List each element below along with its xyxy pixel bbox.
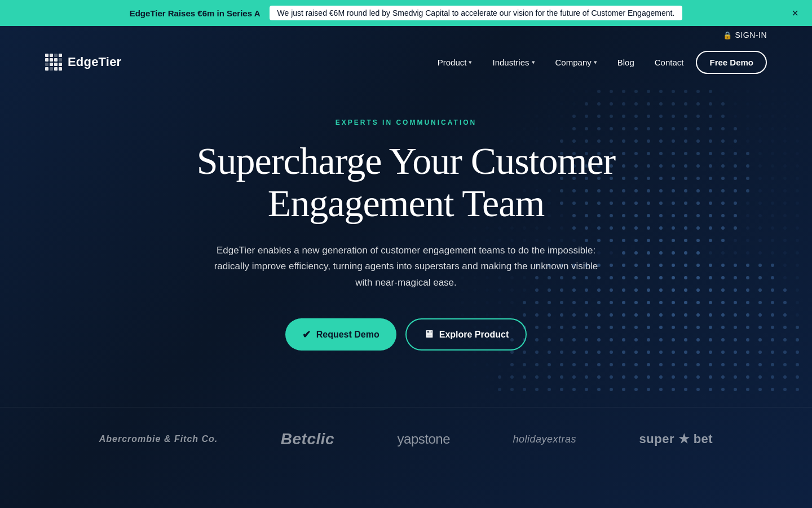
svg-point-575 xyxy=(771,338,774,341)
logo-dot-13 xyxy=(45,67,48,71)
svg-point-628 xyxy=(734,363,737,366)
logo[interactable]: EdgeTier xyxy=(45,54,121,71)
svg-point-133 xyxy=(796,139,799,143)
svg-point-313 xyxy=(647,226,650,230)
svg-point-429 xyxy=(696,276,700,279)
svg-point-669 xyxy=(572,388,576,391)
nav-contact-label: Contact xyxy=(655,58,684,67)
svg-point-458 xyxy=(709,288,712,292)
nav-industries[interactable]: Industries ▾ xyxy=(484,53,542,72)
svg-point-119 xyxy=(622,139,625,143)
svg-point-645 xyxy=(610,375,613,379)
svg-point-36 xyxy=(758,90,762,93)
svg-point-204 xyxy=(684,177,687,180)
svg-point-616 xyxy=(585,363,588,366)
svg-point-594 xyxy=(659,351,663,354)
svg-point-619 xyxy=(622,363,625,366)
svg-point-643 xyxy=(585,375,588,379)
svg-point-665 xyxy=(523,388,526,391)
svg-point-227 xyxy=(622,189,625,192)
svg-point-64 xyxy=(548,115,551,118)
svg-point-316 xyxy=(684,226,687,230)
svg-point-508 xyxy=(634,313,638,317)
svg-point-203 xyxy=(672,177,675,180)
sign-in-link[interactable]: SIGN-IN xyxy=(735,30,767,40)
nav-contact[interactable]: Contact xyxy=(647,53,692,72)
svg-point-49 xyxy=(647,102,650,106)
svg-point-492 xyxy=(783,301,787,304)
explore-product-button[interactable]: 🖥 Explore Product xyxy=(405,318,527,351)
svg-point-212 xyxy=(783,177,787,180)
svg-point-670 xyxy=(585,388,588,391)
svg-point-325 xyxy=(796,226,799,230)
svg-point-673 xyxy=(622,388,625,391)
close-banner-button[interactable]: × xyxy=(792,7,798,19)
svg-point-314 xyxy=(659,226,663,230)
svg-point-344 xyxy=(684,239,687,242)
svg-point-591 xyxy=(622,351,625,354)
logo-dot-6 xyxy=(50,58,53,62)
svg-point-69 xyxy=(610,115,613,118)
free-demo-button[interactable]: Free Demo xyxy=(696,51,767,74)
svg-point-123 xyxy=(672,139,675,143)
svg-point-512 xyxy=(684,313,687,317)
svg-point-312 xyxy=(634,226,638,230)
svg-point-609 xyxy=(498,363,501,366)
hero-title-line1: Supercharge Your Customer xyxy=(197,139,615,182)
svg-point-479 xyxy=(622,301,625,304)
svg-point-453 xyxy=(647,288,650,292)
svg-point-639 xyxy=(535,375,539,379)
svg-point-672 xyxy=(610,388,613,391)
svg-point-598 xyxy=(709,351,712,354)
svg-point-545 xyxy=(746,326,749,329)
svg-point-630 xyxy=(758,363,762,366)
svg-point-681 xyxy=(721,388,725,391)
svg-point-83 xyxy=(783,115,787,118)
svg-point-649 xyxy=(659,375,663,379)
svg-point-398 xyxy=(659,264,663,267)
svg-point-517 xyxy=(746,313,749,317)
svg-point-661 xyxy=(473,388,476,391)
svg-point-80 xyxy=(746,115,749,118)
explore-product-label: Explore Product xyxy=(439,330,509,340)
svg-point-351 xyxy=(771,239,774,242)
svg-point-667 xyxy=(548,388,551,391)
svg-point-65 xyxy=(560,115,563,118)
nav-product[interactable]: Product ▾ xyxy=(430,53,480,72)
svg-point-400 xyxy=(684,264,687,267)
svg-point-29 xyxy=(672,90,675,93)
svg-point-563 xyxy=(622,338,625,341)
svg-point-255 xyxy=(622,202,625,205)
svg-point-77 xyxy=(709,115,712,118)
svg-point-546 xyxy=(758,326,762,329)
svg-point-129 xyxy=(746,139,749,143)
svg-point-349 xyxy=(746,239,749,242)
svg-point-68 xyxy=(597,115,601,118)
svg-point-636 xyxy=(498,375,501,379)
nav-company[interactable]: Company ▾ xyxy=(548,53,605,72)
svg-point-235 xyxy=(721,189,725,192)
announcement-title: EdgeTier Raises €6m in Series A xyxy=(130,8,261,18)
svg-point-374 xyxy=(709,251,712,255)
logo-dot-5 xyxy=(45,58,48,62)
svg-point-582 xyxy=(510,351,514,354)
svg-point-46 xyxy=(610,102,613,106)
svg-point-30 xyxy=(684,90,687,93)
svg-point-73 xyxy=(659,115,663,118)
nav-blog[interactable]: Blog xyxy=(610,53,642,72)
request-demo-button[interactable]: ✔ Request Demo xyxy=(285,318,396,351)
svg-point-626 xyxy=(709,363,712,366)
svg-point-33 xyxy=(721,90,725,93)
logo-abercrombie: Abercrombie & Fitch Co. xyxy=(99,434,218,444)
svg-point-100 xyxy=(696,127,700,130)
svg-point-58 xyxy=(758,102,762,106)
hero-content: EXPERTS IN COMMUNICATION Supercharge You… xyxy=(197,119,615,351)
svg-point-289 xyxy=(696,214,700,217)
svg-point-26 xyxy=(634,90,638,93)
svg-point-599 xyxy=(721,351,725,354)
svg-point-340 xyxy=(634,239,638,242)
svg-point-97 xyxy=(659,127,663,130)
svg-point-464 xyxy=(783,288,787,292)
svg-point-175 xyxy=(659,164,663,168)
svg-point-372 xyxy=(684,251,687,255)
